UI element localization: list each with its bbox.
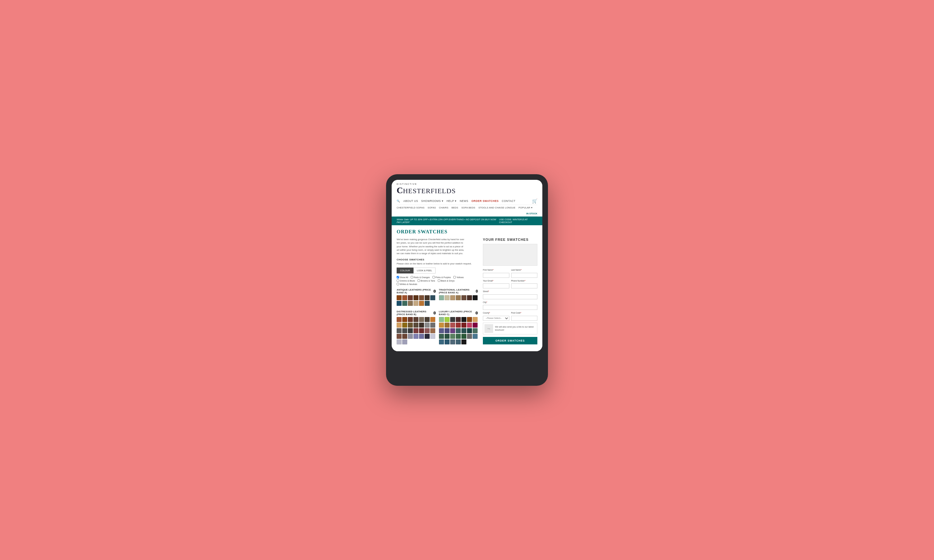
subnav-stools[interactable]: STOOLS AND CHAISE LONGUE bbox=[479, 206, 516, 209]
swatch[interactable] bbox=[439, 328, 444, 333]
phone-input[interactable] bbox=[511, 283, 538, 288]
subnav-chairs[interactable]: CHAIRS bbox=[439, 206, 449, 209]
nav-order-swatches[interactable]: ORDER SWATCHES bbox=[472, 199, 499, 203]
first-name-input[interactable] bbox=[483, 273, 509, 278]
swatch[interactable] bbox=[402, 295, 407, 300]
swatch[interactable] bbox=[402, 301, 407, 306]
swatch[interactable] bbox=[402, 323, 407, 328]
swatch[interactable] bbox=[473, 334, 478, 339]
swatch[interactable] bbox=[461, 339, 466, 345]
swatch[interactable] bbox=[408, 301, 413, 306]
swatch[interactable] bbox=[397, 317, 402, 322]
swatch[interactable] bbox=[397, 328, 402, 333]
filter-reds[interactable]: Reds & Oranges bbox=[411, 276, 430, 278]
cart-icon[interactable]: 🛒 bbox=[532, 198, 537, 203]
swatch[interactable] bbox=[456, 323, 461, 328]
subnav-popular[interactable]: POPULAR ▾ bbox=[518, 206, 532, 209]
filter-yellows[interactable]: Yellows bbox=[453, 276, 464, 278]
swatch[interactable] bbox=[419, 295, 424, 300]
swatch[interactable] bbox=[413, 317, 418, 322]
distressed-info-icon[interactable]: i bbox=[433, 311, 436, 315]
swatch[interactable] bbox=[397, 323, 402, 328]
swatch[interactable] bbox=[413, 301, 418, 306]
swatch[interactable] bbox=[425, 301, 430, 306]
swatch[interactable] bbox=[445, 317, 450, 322]
swatch[interactable] bbox=[425, 323, 430, 328]
swatch[interactable] bbox=[439, 323, 444, 328]
subnav-chesterfield-sofas[interactable]: CHESTERFIELD SOFAS bbox=[397, 206, 425, 209]
swatch[interactable] bbox=[456, 317, 461, 322]
swatch[interactable] bbox=[402, 328, 407, 333]
swatch[interactable] bbox=[473, 323, 478, 328]
street-input[interactable] bbox=[483, 294, 537, 299]
swatch[interactable] bbox=[450, 339, 455, 345]
filter-pinks[interactable]: Pinks & Purples bbox=[432, 276, 451, 278]
email-input[interactable] bbox=[483, 283, 509, 288]
swatch[interactable] bbox=[473, 317, 478, 322]
filter-greens[interactable]: Greens & Blues bbox=[397, 279, 415, 282]
order-swatches-button[interactable]: ORDER SWATCHES bbox=[483, 337, 537, 345]
swatch[interactable] bbox=[473, 328, 478, 333]
traditional-info-icon[interactable]: i bbox=[476, 290, 478, 293]
filter-show-all[interactable]: Show All bbox=[397, 276, 408, 278]
swatch[interactable] bbox=[408, 323, 413, 328]
swatch[interactable] bbox=[419, 334, 424, 339]
swatch[interactable] bbox=[439, 317, 444, 322]
subnav-sofa-beds[interactable]: SOFA BEDS bbox=[461, 206, 475, 209]
swatch[interactable] bbox=[402, 334, 407, 339]
swatch[interactable] bbox=[419, 323, 424, 328]
swatch[interactable] bbox=[397, 295, 402, 300]
swatch[interactable] bbox=[419, 301, 424, 306]
swatch[interactable] bbox=[445, 323, 450, 328]
swatch[interactable] bbox=[445, 334, 450, 339]
tab-colour[interactable]: COLOUR bbox=[397, 268, 413, 274]
swatch[interactable] bbox=[467, 328, 472, 333]
swatch[interactable] bbox=[408, 317, 413, 322]
swatch[interactable] bbox=[430, 334, 435, 339]
swatch[interactable] bbox=[425, 295, 430, 300]
filter-browns[interactable]: Browns & Tans bbox=[418, 279, 435, 282]
swatch[interactable] bbox=[439, 334, 444, 339]
swatch[interactable] bbox=[402, 317, 407, 322]
swatch[interactable] bbox=[430, 317, 435, 322]
swatch[interactable] bbox=[397, 334, 402, 339]
tab-look-feel[interactable]: LOOK & FEEL bbox=[413, 268, 436, 274]
nav-help[interactable]: HELP ▾ bbox=[447, 199, 456, 203]
swatch[interactable] bbox=[425, 334, 430, 339]
swatch[interactable] bbox=[430, 328, 435, 333]
swatch[interactable] bbox=[450, 317, 455, 322]
search-icon[interactable]: 🔍 bbox=[397, 199, 401, 203]
swatch[interactable] bbox=[461, 328, 466, 333]
swatch[interactable] bbox=[467, 317, 472, 322]
subnav-sofas[interactable]: SOFAS bbox=[428, 206, 436, 209]
swatch[interactable] bbox=[439, 295, 444, 300]
swatch[interactable] bbox=[439, 339, 444, 345]
luxury-info-icon[interactable]: i bbox=[475, 311, 478, 315]
swatch[interactable] bbox=[450, 295, 455, 300]
swatch[interactable] bbox=[467, 295, 472, 300]
swatch[interactable] bbox=[413, 295, 418, 300]
swatch[interactable] bbox=[450, 334, 455, 339]
postcode-input[interactable] bbox=[511, 316, 538, 321]
nav-showrooms[interactable]: SHOWROOMS ▾ bbox=[421, 199, 443, 203]
nav-news[interactable]: NEWS bbox=[460, 199, 469, 203]
last-name-input[interactable] bbox=[511, 273, 538, 278]
swatch[interactable] bbox=[461, 334, 466, 339]
filter-whites[interactable]: Whites & Neutrals bbox=[397, 283, 417, 285]
nav-contact[interactable]: CONTACT bbox=[502, 199, 516, 203]
swatch[interactable] bbox=[430, 323, 435, 328]
swatch[interactable] bbox=[450, 323, 455, 328]
swatch[interactable] bbox=[419, 317, 424, 322]
swatch[interactable] bbox=[419, 328, 424, 333]
swatch[interactable] bbox=[402, 339, 407, 345]
swatch[interactable] bbox=[456, 328, 461, 333]
swatch[interactable] bbox=[461, 317, 466, 322]
swatch[interactable] bbox=[425, 317, 430, 322]
swatch[interactable] bbox=[461, 323, 466, 328]
swatch[interactable] bbox=[397, 339, 402, 345]
swatch[interactable] bbox=[397, 301, 402, 306]
antique-info-icon[interactable]: i bbox=[433, 290, 436, 293]
swatch[interactable] bbox=[450, 328, 455, 333]
swatch[interactable] bbox=[413, 328, 418, 333]
swatch[interactable] bbox=[413, 334, 418, 339]
